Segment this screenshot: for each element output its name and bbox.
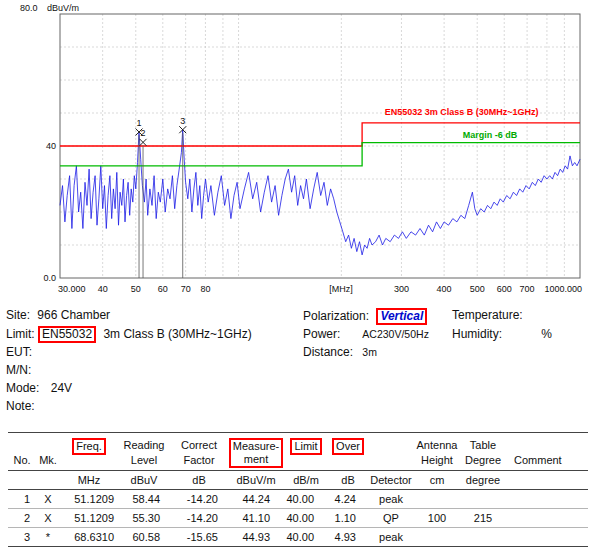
table-cell: [506, 528, 588, 546]
table-cell: 68.6310: [60, 528, 118, 546]
eut-row: EUT:: [6, 345, 32, 359]
mn-row: M/N:: [6, 363, 31, 377]
table-cell: 4.24: [328, 490, 368, 508]
table-cell: 3: [8, 528, 36, 546]
table-cell: [414, 528, 460, 546]
unit-cell: [36, 471, 60, 489]
x-axis-tick-label: 70: [181, 284, 191, 294]
eut-label: EUT:: [6, 345, 32, 359]
unit-antenna: cm: [414, 471, 460, 489]
table-cell: QP: [368, 509, 414, 527]
humidity-row: Humidity: %: [452, 327, 552, 341]
x-axis-tick-label: 700: [520, 284, 535, 294]
site-value: 966 Chamber: [37, 308, 110, 322]
polarization-row: Polarization: Vertical: [303, 308, 427, 325]
table-cell: 40.00: [284, 528, 328, 546]
table-cell: 2: [8, 509, 36, 527]
x-axis-tick-label: 400: [437, 284, 452, 294]
humidity-unit: %: [541, 327, 552, 341]
table-cell: peak: [368, 528, 414, 546]
site-label: Site:: [6, 308, 30, 322]
col-header-comment: Comment: [506, 436, 588, 468]
limit-row: Limit: EN55032 3m Class B (30MHz~1GHz): [6, 326, 252, 343]
table-cell: [506, 490, 588, 508]
col-header-measurement: Measure-ment: [228, 436, 284, 468]
x-axis-tick-label: 30.000: [58, 284, 86, 294]
marker-label: 1: [137, 118, 142, 128]
col-header-freq: Freq.: [60, 436, 118, 468]
humidity-label: Humidity:: [452, 327, 538, 341]
unit-freq: MHz: [60, 471, 118, 489]
col-header-antenna: AntennaHeight: [414, 436, 460, 468]
table-cell: 51.1209: [60, 490, 118, 508]
unit-reading: dBuV: [118, 471, 170, 489]
power-value: AC230V/50Hz: [362, 328, 429, 340]
col-header-table-degree: TableDegree: [460, 436, 506, 468]
unit-cell: [506, 471, 588, 489]
table-cell: 1: [8, 490, 36, 508]
x-axis-tick-label: 60: [158, 284, 168, 294]
series-measured-emission-trace: [60, 130, 580, 255]
y-axis-unit-label: dBuV/m: [47, 3, 79, 13]
x-axis-tick-label: 50: [131, 284, 141, 294]
temperature-row: Temperature:: [452, 308, 523, 322]
limit-highlight: Limit: [290, 438, 321, 455]
table-cell: 60.58: [118, 528, 170, 546]
x-axis-unit-label: [MHz]: [329, 284, 353, 294]
marker-label: 2: [141, 128, 146, 138]
power-label: Power:: [303, 327, 359, 341]
table-cell: 44.24: [228, 490, 284, 508]
col-header-over: Over: [328, 436, 368, 468]
distance-row: Distance: 3m: [303, 345, 377, 359]
limit-description: 3m Class B (30MHz~1GHz): [103, 327, 251, 341]
measurement-table: No. Mk. Freq. ReadingLevel CorrectFactor…: [8, 432, 588, 547]
polarization-value: Vertical: [380, 309, 423, 323]
limit-line-label: Margin -6 dB: [463, 130, 518, 140]
table-header: No. Mk. Freq. ReadingLevel CorrectFactor…: [8, 433, 588, 471]
polarization-label: Polarization:: [303, 309, 369, 323]
table-cell: X: [36, 509, 60, 527]
temperature-label: Temperature:: [452, 308, 523, 322]
power-row: Power: AC230V/50Hz: [303, 327, 429, 341]
y-axis-mid-label: 40: [46, 141, 56, 151]
mode-row: Mode: 24V: [6, 381, 72, 395]
col-header-reading: ReadingLevel: [118, 436, 170, 468]
marker-label: 3: [180, 116, 185, 126]
table-cell: [506, 509, 588, 527]
table-row: 1X51.120958.44-14.2044.2440.004.24peak: [8, 490, 588, 509]
unit-measurement: dBuV/m: [228, 471, 284, 489]
table-cell: *: [36, 528, 60, 546]
x-axis-tick-label: 80: [200, 284, 210, 294]
table-cell: 1.10: [328, 509, 368, 527]
table-cell: [460, 528, 506, 546]
table-cell: -14.20: [170, 490, 228, 508]
table-cell: [460, 490, 506, 508]
col-header-limit: Limit: [284, 436, 328, 468]
col-header-correct: CorrectFactor: [170, 436, 228, 468]
note-label: Note:: [6, 399, 35, 413]
unit-cell: [8, 471, 36, 489]
x-axis-tick-label: 1000.000: [544, 284, 582, 294]
table-cell: 55.30: [118, 509, 170, 527]
col-header-mk: Mk.: [36, 436, 60, 468]
table-cell: 44.93: [228, 528, 284, 546]
table-units-row: MHz dBuV dB dBuV/m dB/m dB Detector cm d…: [8, 471, 588, 490]
mode-value: 24V: [51, 381, 72, 395]
table-cell: 58.44: [118, 490, 170, 508]
y-axis-max-label: 80.0: [20, 3, 38, 13]
freq-highlight: Freq.: [72, 438, 106, 455]
unit-over: dB: [328, 471, 368, 489]
polarization-highlight: Vertical: [376, 308, 427, 325]
mode-label: Mode:: [6, 381, 39, 395]
limit-line-label: EN55032 3m Class B (30MHz~1GHz): [385, 107, 539, 117]
table-cell: -15.65: [170, 528, 228, 546]
table-cell: 40.00: [284, 509, 328, 527]
emission-spectrum-chart: 123EN55032 3m Class B (30MHz~1GHz)Margin…: [0, 0, 600, 298]
table-row: 3*68.631060.58-15.6544.9340.004.93peak: [8, 528, 588, 546]
table-row: 2X51.120955.30-14.2041.1040.001.10QP1002…: [8, 509, 588, 528]
mn-label: M/N:: [6, 363, 31, 377]
table-cell: 41.10: [228, 509, 284, 527]
limit-label: Limit:: [6, 327, 35, 341]
table-cell: 51.1209: [60, 509, 118, 527]
table-body: 1X51.120958.44-14.2044.2440.004.24peak2X…: [8, 490, 588, 546]
